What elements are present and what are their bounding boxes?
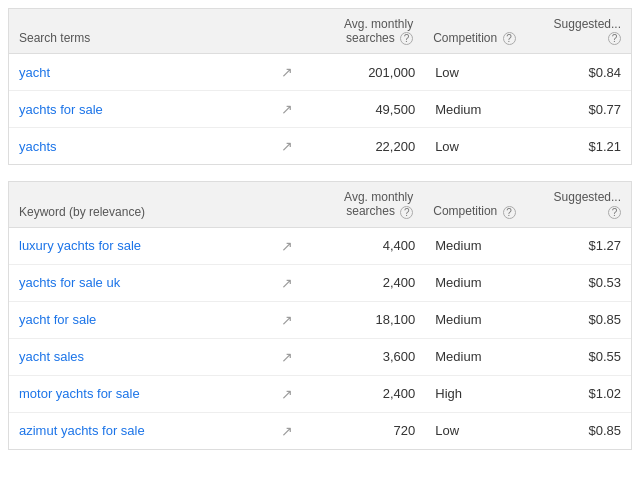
col-header-searches-1: Avg. monthly searches ? <box>306 9 423 54</box>
competition-cell: Medium <box>423 338 541 375</box>
suggested-cell: $0.53 <box>541 264 631 301</box>
table-row: yacht for sale ↗ 18,100 Medium $0.85 <box>9 301 631 338</box>
term-cell[interactable]: yachts for sale uk <box>9 264 277 301</box>
suggested-cell: $0.77 <box>541 91 631 128</box>
searches-cell: 4,400 <box>306 227 423 264</box>
competition-cell: High <box>423 375 541 412</box>
table-row: yachts ↗ 22,200 Low $1.21 <box>9 128 631 165</box>
table-row: yacht sales ↗ 3,600 Medium $0.55 <box>9 338 631 375</box>
term-cell[interactable]: yacht <box>9 54 277 91</box>
suggested-cell: $1.02 <box>541 375 631 412</box>
suggested-cell: $1.21 <box>541 128 631 165</box>
searches-cell: 720 <box>306 412 423 449</box>
suggested-help-icon-2[interactable]: ? <box>608 206 621 219</box>
searches-help-icon-2[interactable]: ? <box>400 206 413 219</box>
search-terms-section: Search terms Avg. monthly searches ? Com… <box>8 8 632 165</box>
keyword-section: Keyword (by relevance) Avg. monthly sear… <box>8 181 632 449</box>
suggested-help-icon-1[interactable]: ? <box>608 32 621 45</box>
competition-help-icon-1[interactable]: ? <box>503 32 516 45</box>
term-cell[interactable]: luxury yachts for sale <box>9 227 277 264</box>
col-header-searches-2: Avg. monthly searches ? <box>306 182 423 227</box>
competition-cell: Medium <box>423 301 541 338</box>
table-row: azimut yachts for sale ↗ 720 Low $0.85 <box>9 412 631 449</box>
competition-cell: Medium <box>423 91 541 128</box>
term-cell[interactable]: yachts for sale <box>9 91 277 128</box>
col-header-competition-2: Competition ? <box>423 182 541 227</box>
searches-cell: 18,100 <box>306 301 423 338</box>
term-cell[interactable]: motor yachts for sale <box>9 375 277 412</box>
term-cell[interactable]: yachts <box>9 128 277 165</box>
suggested-cell: $0.85 <box>541 301 631 338</box>
col-header-competition-1: Competition ? <box>423 9 541 54</box>
term-cell[interactable]: yacht sales <box>9 338 277 375</box>
table-row: motor yachts for sale ↗ 2,400 High $1.02 <box>9 375 631 412</box>
searches-cell: 2,400 <box>306 375 423 412</box>
chart-icon[interactable]: ↗ <box>277 264 306 301</box>
chart-icon[interactable]: ↗ <box>277 412 306 449</box>
col-header-suggested-2: Suggested... ? <box>541 182 631 227</box>
suggested-cell: $0.55 <box>541 338 631 375</box>
competition-cell: Low <box>423 128 541 165</box>
col-header-keyword: Keyword (by relevance) <box>9 182 277 227</box>
competition-help-icon-2[interactable]: ? <box>503 206 516 219</box>
chart-icon[interactable]: ↗ <box>277 54 306 91</box>
chart-icon[interactable]: ↗ <box>277 227 306 264</box>
table-row: luxury yachts for sale ↗ 4,400 Medium $1… <box>9 227 631 264</box>
competition-cell: Medium <box>423 227 541 264</box>
chart-icon[interactable]: ↗ <box>277 338 306 375</box>
term-cell[interactable]: azimut yachts for sale <box>9 412 277 449</box>
competition-cell: Medium <box>423 264 541 301</box>
searches-cell: 3,600 <box>306 338 423 375</box>
col-header-search-terms: Search terms <box>9 9 277 54</box>
searches-help-icon-1[interactable]: ? <box>400 32 413 45</box>
term-cell[interactable]: yacht for sale <box>9 301 277 338</box>
suggested-cell: $0.85 <box>541 412 631 449</box>
searches-cell: 49,500 <box>306 91 423 128</box>
searches-cell: 201,000 <box>306 54 423 91</box>
suggested-cell: $1.27 <box>541 227 631 264</box>
chart-icon[interactable]: ↗ <box>277 375 306 412</box>
chart-icon[interactable]: ↗ <box>277 91 306 128</box>
col-header-suggested-1: Suggested... ? <box>541 9 631 54</box>
suggested-cell: $0.84 <box>541 54 631 91</box>
table-row: yachts for sale uk ↗ 2,400 Medium $0.53 <box>9 264 631 301</box>
table-row: yacht ↗ 201,000 Low $0.84 <box>9 54 631 91</box>
competition-cell: Low <box>423 412 541 449</box>
competition-cell: Low <box>423 54 541 91</box>
table-row: yachts for sale ↗ 49,500 Medium $0.77 <box>9 91 631 128</box>
searches-cell: 22,200 <box>306 128 423 165</box>
chart-icon[interactable]: ↗ <box>277 301 306 338</box>
searches-cell: 2,400 <box>306 264 423 301</box>
chart-icon[interactable]: ↗ <box>277 128 306 165</box>
